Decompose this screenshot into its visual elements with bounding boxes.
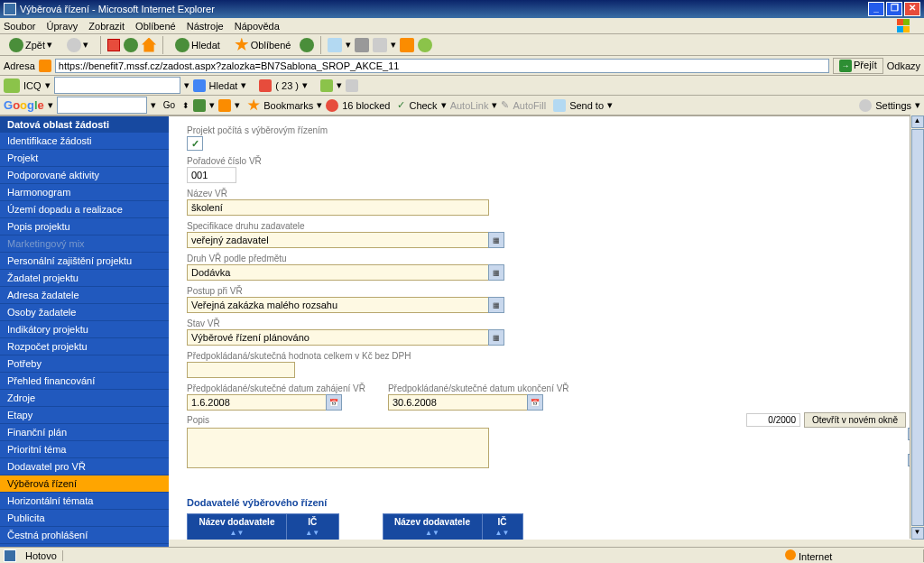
google-go-button[interactable]: Go — [160, 99, 179, 111]
sidebar-item-5[interactable]: Popis projektu — [0, 218, 169, 235]
history-icon[interactable] — [300, 38, 314, 52]
sidebar-item-3[interactable]: Harmonogram — [0, 184, 169, 201]
sidebar-item-4[interactable]: Území dopadu a realizace — [0, 201, 169, 218]
spec-dropdown-icon[interactable]: ▦ — [488, 232, 504, 248]
refresh-button[interactable] — [124, 38, 138, 52]
sidebar-item-8[interactable]: Žadatel projektu — [0, 270, 169, 287]
google-ico2[interactable] — [218, 99, 231, 112]
address-input[interactable] — [55, 59, 829, 73]
sendto-button[interactable]: Send to — [569, 100, 604, 111]
home-button[interactable] — [142, 38, 156, 52]
lock-icon — [39, 60, 51, 72]
druh-input[interactable] — [187, 264, 489, 281]
sidebar-item-21[interactable]: Horizontální témata — [0, 493, 169, 510]
content-scrollbar[interactable]: ▲ ▼ — [910, 115, 924, 539]
sidebar-item-23[interactable]: Čestná prohlášení — [0, 527, 169, 544]
th-ic-r[interactable]: IČ▲▼ — [482, 514, 522, 540]
popis-open-button[interactable]: Otevřít v novém okně — [804, 412, 906, 428]
bookmarks-button[interactable]: Bookmarks — [263, 100, 313, 111]
sendto-icon[interactable] — [553, 99, 566, 112]
sidebar-item-22[interactable]: Publicita — [0, 510, 169, 527]
druh-dropdown-icon[interactable]: ▦ — [488, 264, 504, 281]
icq-blocked-icon[interactable] — [259, 79, 272, 92]
sidebar-item-19[interactable]: Dodavatel pro VŘ — [0, 458, 169, 475]
sidebar-item-20[interactable]: Výběrová řízení — [0, 475, 169, 493]
druh-label: Druh VŘ podle předmětu — [187, 254, 906, 263]
spec-input[interactable] — [187, 232, 489, 248]
forward-button[interactable]: ▾ — [61, 37, 94, 53]
menu-soubor[interactable]: Soubor — [4, 21, 35, 32]
back-button[interactable]: Zpět ▾ — [4, 37, 58, 53]
sidebar-item-14[interactable]: Přehled financování — [0, 373, 169, 390]
bookmarks-icon[interactable] — [247, 99, 260, 112]
postup-dropdown-icon[interactable]: ▦ — [488, 297, 504, 313]
icq-edit-icon[interactable] — [346, 79, 358, 92]
icq-search-input[interactable] — [54, 77, 180, 94]
sidebar-item-18[interactable]: Prioritní téma — [0, 441, 169, 458]
sidebar-item-15[interactable]: Zdroje — [0, 390, 169, 407]
sidebar-item-10[interactable]: Osoby žadatele — [0, 304, 169, 321]
th-ic[interactable]: IČ▲▼ — [287, 514, 339, 540]
edit-icon[interactable] — [373, 38, 387, 52]
mail-icon[interactable] — [328, 38, 342, 52]
scroll-down-button[interactable]: ▼ — [911, 527, 924, 540]
scroll-thumb[interactable] — [911, 129, 924, 526]
google-ico1[interactable] — [193, 99, 206, 112]
search-button[interactable]: Hledat — [170, 37, 226, 53]
sidebar-item-17[interactable]: Finanční plán — [0, 424, 169, 441]
sidebar-item-11[interactable]: Indikátory projektu — [0, 321, 169, 338]
poradi-input — [187, 167, 236, 183]
sidebar-item-12[interactable]: Rozpočet projektu — [0, 338, 169, 355]
th-nazev[interactable]: Název dodavatele▲▼ — [188, 514, 287, 540]
sidebar-item-0[interactable]: Identifikace žádosti — [0, 133, 169, 150]
favorites-button[interactable]: Oblíbené — [229, 37, 297, 53]
icq-search-icon[interactable] — [193, 79, 206, 92]
hodnota-input[interactable] — [187, 362, 295, 378]
folder-icon[interactable] — [400, 38, 414, 52]
ukonceni-input[interactable] — [388, 394, 528, 411]
menu-oblibene[interactable]: Oblíbené — [135, 21, 176, 32]
ukonceni-calendar-icon[interactable]: 📅 — [527, 394, 543, 411]
sidebar-item-6[interactable]: Marketingový mix — [0, 235, 169, 253]
autolink-button[interactable]: AutoLink — [450, 100, 489, 111]
icq-icon[interactable] — [4, 78, 20, 93]
go-button[interactable]: →Přejít — [833, 58, 883, 74]
sidebar-item-16[interactable]: Etapy — [0, 407, 169, 424]
stav-input[interactable] — [187, 329, 489, 346]
sidebar-item-7[interactable]: Personální zajištění projektu — [0, 253, 169, 270]
sidebar-header: Datová oblast žádosti — [0, 116, 169, 133]
scroll-up-button[interactable]: ▲ — [911, 115, 924, 128]
close-button[interactable]: ✕ — [904, 2, 920, 16]
google-search-input[interactable] — [57, 97, 147, 114]
nazev-input[interactable] — [187, 199, 489, 216]
odkazy-label[interactable]: Odkazy — [887, 60, 920, 71]
messenger-icon[interactable] — [418, 38, 432, 52]
menu-napoveda[interactable]: Nápověda — [235, 21, 280, 32]
sidebar-item-13[interactable]: Potřeby — [0, 355, 169, 373]
minimize-button[interactable]: _ — [868, 2, 884, 16]
postup-input[interactable] — [187, 297, 489, 313]
stop-button[interactable] — [107, 39, 120, 51]
menu-upravy[interactable]: Úpravy — [46, 21, 78, 32]
sidebar-item-2[interactable]: Podporované aktivity — [0, 167, 169, 184]
zahajeni-input[interactable] — [187, 394, 327, 411]
autofill-button[interactable]: AutoFill — [513, 100, 546, 111]
blocked-icon[interactable] — [326, 99, 338, 112]
settings-button[interactable]: Settings — [875, 100, 911, 111]
popis-textarea[interactable] — [187, 428, 489, 468]
status-icon — [4, 549, 16, 562]
check-button[interactable]: Check — [409, 100, 437, 111]
sidebar-item-9[interactable]: Adresa žadatele — [0, 287, 169, 304]
zahajeni-calendar-icon[interactable]: 📅 — [326, 394, 342, 411]
settings-icon[interactable] — [859, 99, 872, 112]
sidebar-item-1[interactable]: Projekt — [0, 150, 169, 167]
maximize-button[interactable]: ❐ — [886, 2, 902, 16]
icq-hledat-button[interactable]: Hledat — [209, 80, 238, 91]
stav-dropdown-icon[interactable]: ▦ — [488, 329, 504, 346]
th-nazev-r[interactable]: Název dodavatele▲▼ — [383, 514, 482, 540]
menu-zobrazit[interactable]: Zobrazit — [88, 21, 125, 32]
pocita-checkbox[interactable]: ✓ — [187, 136, 203, 151]
icq-status-icon[interactable] — [320, 79, 333, 92]
menu-nastroje[interactable]: Nástroje — [187, 21, 224, 32]
print-icon[interactable] — [355, 38, 369, 52]
